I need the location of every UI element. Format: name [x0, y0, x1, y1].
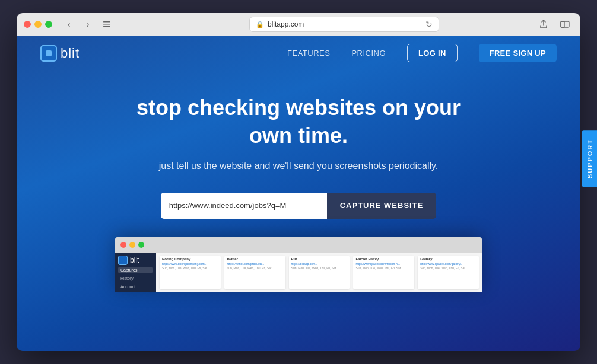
preview-card-3: Blit https://blitapp.com... Sun, Mon, Tu… [289, 256, 350, 289]
svg-rect-4 [561, 21, 564, 27]
preview-body: blit Captures History Account [115, 253, 482, 292]
nav-link-pricing[interactable]: PRICING [351, 49, 386, 58]
url-display: blitapp.com [268, 20, 304, 28]
maximize-button[interactable] [45, 21, 52, 28]
browser-window: ‹ › 🔒 blitapp.com ↻ [17, 13, 580, 351]
preview-main-area: Boring Company https://www.boringcompany… [156, 253, 482, 292]
preview-logo: blit [118, 256, 153, 265]
forward-button[interactable]: › [80, 18, 96, 31]
svg-rect-2 [103, 26, 110, 27]
traffic-lights [24, 21, 52, 28]
preview-sidebar-account: Account [118, 283, 153, 290]
url-input[interactable] [161, 193, 327, 219]
preview-logo-box [118, 256, 128, 265]
hero-section: stop checking websites on your own time.… [17, 71, 580, 351]
url-capture-row: CAPTURE WEBSITE [161, 193, 437, 219]
preview-card-5: Gallery http://www.spacex.com/gallery...… [418, 256, 479, 289]
outer-background: ‹ › 🔒 blitapp.com ↻ [0, 0, 597, 364]
nav-buttons: ‹ › [61, 18, 96, 31]
sidebar-toggle-button[interactable] [99, 18, 115, 31]
capture-website-button[interactable]: CAPTURE WEBSITE [327, 193, 437, 219]
new-tab-button[interactable] [557, 18, 573, 31]
titlebar-actions [535, 18, 573, 31]
preview-tl-green [138, 242, 144, 248]
address-bar-area: 🔒 blitapp.com ↻ [151, 17, 538, 32]
preview-card-4: Falcon Heavy http://www.spacex.com/falco… [353, 256, 414, 289]
minimize-button[interactable] [34, 21, 42, 28]
site-nav: blit FEATURES PRICING LOG IN FREE SIGN U… [17, 36, 580, 71]
preview-window: blit Captures History Account [115, 237, 482, 292]
preview-card-2: Twitter https://twitter.com/products... … [224, 256, 285, 289]
preview-tl-red [120, 242, 126, 248]
hero-title: stop checking websites on your own time. [136, 94, 461, 150]
logo: blit [40, 45, 80, 62]
address-bar[interactable]: 🔒 blitapp.com ↻ [249, 17, 439, 32]
share-button[interactable] [535, 18, 552, 31]
main-content: blit FEATURES PRICING LOG IN FREE SIGN U… [17, 36, 580, 351]
logo-icon [40, 45, 57, 62]
svg-rect-0 [103, 21, 110, 23]
hero-subtitle: just tell us the website and we'll send … [159, 161, 439, 171]
login-button[interactable]: LOG IN [407, 44, 458, 62]
preview-sidebar: blit Captures History Account [115, 253, 156, 292]
preview-sidebar-history: History [118, 275, 153, 282]
support-tab[interactable]: SUPPORT [582, 130, 597, 187]
preview-screenshot: blit Captures History Account [115, 237, 482, 292]
refresh-button[interactable]: ↻ [425, 20, 433, 29]
logo-text: blit [61, 46, 80, 61]
nav-links: FEATURES PRICING LOG IN FREE SIGN UP [287, 44, 557, 62]
signup-button[interactable]: FREE SIGN UP [479, 44, 557, 62]
preview-card-1: Boring Company https://www.boringcompany… [160, 256, 221, 289]
preview-tl-yellow [129, 242, 135, 248]
preview-logo-text: blit [130, 256, 139, 264]
back-button[interactable]: ‹ [61, 18, 77, 31]
close-button[interactable] [24, 21, 31, 28]
svg-rect-3 [561, 21, 569, 27]
logo-square [46, 50, 52, 56]
nav-link-features[interactable]: FEATURES [287, 49, 330, 58]
svg-rect-1 [103, 24, 110, 25]
lock-icon: 🔒 [256, 21, 264, 28]
preview-titlebar [115, 237, 482, 253]
preview-sidebar-captures: Captures [118, 267, 153, 273]
titlebar: ‹ › 🔒 blitapp.com ↻ [17, 13, 580, 36]
